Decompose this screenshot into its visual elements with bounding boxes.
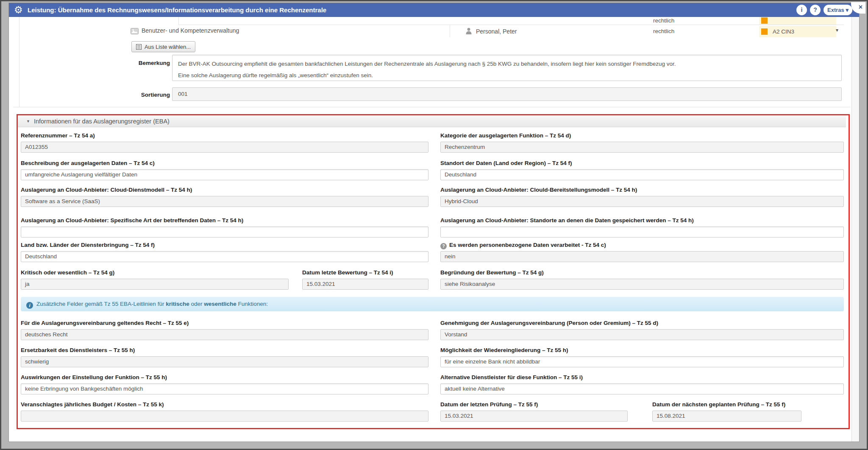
list-icon [136,44,142,50]
remark-textarea[interactable]: Der BVR-AK Outsourcing empfiehlt die ges… [172,55,842,81]
field-kritisch-wesentlich: Kritisch oder wesentlich – Tz 54 g) ja [21,269,289,290]
chevron-down-icon[interactable]: ▾ [836,27,838,33]
help-button[interactable]: ? [810,5,821,15]
datum-naechste-pruefung-input[interactable]: 15.08.2021 [652,411,801,422]
field-alternative-dienstleister: Alternative Dienstleister für diese Funk… [440,374,844,394]
status-cell[interactable] [759,17,836,25]
list-cell-name[interactable]: Benutzer- und Kompetenzverwaltung [142,27,239,34]
field-laender-diensterbringung: Land bzw. Länder der Diensterbringung – … [21,242,428,262]
remark-line: Eine solche Auslagerung dürfte regelmäßi… [178,70,836,81]
list-cell-type: rechtlich [653,17,674,24]
collapse-icon: ▼ [26,119,30,123]
field-personenbezogene-daten: ?Es werden personenbezogene Daten verarb… [440,242,844,262]
kategorie-input[interactable]: Rechenzentrum [440,142,844,153]
field-genehmigung: Genehmigung der Auslagerungsvereinbarung… [440,320,844,340]
field-beschreibung-daten: Beschreibung der ausgelagerten Daten – T… [21,160,428,180]
content-area: rechtlich Benutzer- und Kompetenzverwalt… [9,17,859,442]
laender-diensterbringung-input[interactable]: Deutschland [21,251,428,262]
datum-letzte-bewertung-input[interactable]: 15.03.2021 [302,279,428,290]
field-ersetzbarkeit: Ersetzbarkeit des Dienstleisters – Tz 55… [21,347,428,367]
cloud-datenart-input[interactable] [21,226,428,238]
item-image-icon [131,28,139,36]
field-geltendes-recht: Für die Auslagerungsvereinbarung geltend… [21,320,428,340]
tz55-info-note: iZusätzliche Felder gemäß Tz 55 EBA-Leit… [21,297,844,311]
cut-column-divider [178,17,179,25]
cloud-dienstmodell-input[interactable]: Software as a Service (SaaS) [21,196,428,207]
field-referenznummer: Referenznummer – Tz 54 a) A012355 [21,132,428,153]
list-cell-person[interactable]: Personal, Peter [476,28,517,35]
window-title: Leistung: Übernahme des Rechnungswesens/… [28,6,326,14]
field-datum-naechste-pruefung: Datum der nächsten geplanten Prüfung – T… [652,401,801,422]
alternative-dienstleister-input[interactable]: aktuell keine Alternative [440,383,844,394]
cloud-standorte-input[interactable] [440,226,844,238]
field-help-icon[interactable]: ? [440,243,447,249]
kritisch-wesentlich-input[interactable]: ja [21,279,289,290]
auswirkungen-einstellung-input[interactable]: keine Erbringung von Bankgeschäften mögl… [21,383,428,394]
sorting-label: Sortierung [123,92,170,98]
cloud-bereitstellungsmodell-input[interactable]: Hybrid-Cloud [440,196,844,207]
panel-left-border [19,17,19,107]
person-icon [466,28,472,36]
sorting-input[interactable]: 001 [172,87,842,101]
beschreibung-daten-input[interactable]: umfangreiche Auslagerung vielfältiger Da… [21,169,428,180]
wiedereingliederung-input[interactable]: für eine einzelne Bank nicht abbildbar [440,356,844,367]
close-icon[interactable]: × [859,3,862,11]
remark-label: Bemerkung [123,60,170,66]
section-separator [13,107,850,107]
vertical-scrollbar[interactable] [851,17,859,442]
field-standort-daten: Standort der Daten (Land oder Region) – … [440,160,844,180]
choose-from-list-button[interactable]: Aus Liste wählen... [131,41,195,52]
field-cloud-dienstmodell: Auslagerung an Cloud-Anbieter: Cloud-Die… [21,187,428,207]
cut-row-divider [178,25,844,25]
gear-icon: ⚙ [14,4,23,15]
begruendung-bewertung-input[interactable]: siehe Risikoanalyse [440,279,844,290]
field-cloud-standorte: Auslagerung an Cloud-Anbieter: Standorte… [440,217,844,238]
info-button[interactable]: i [796,5,807,15]
referenznummer-input[interactable]: A012355 [21,142,428,153]
remark-line: Der BVR-AK Outsourcing empfiehlt die ges… [178,58,836,70]
field-cloud-datenart: Auslagerung an Cloud-Anbieter: Spezifisc… [21,217,428,238]
info-icon: i [26,302,33,309]
field-wiedereingliederung: Möglichkeit der Wiedereingliederung – Tz… [440,347,844,367]
dialog-window: ⚙ Leistung: Übernahme des Rechnungswesen… [8,3,860,442]
field-begruendung-bewertung: Begründung der Bewertung – Tz 54 g) sieh… [440,269,844,290]
field-datum-letzte-bewertung: Datum letzte Bewertung – Tz 54 i) 15.03.… [302,269,428,290]
standort-daten-input[interactable]: Deutschland [440,169,844,180]
field-kategorie: Kategorie der ausgelagerten Funktion – T… [440,132,844,153]
status-color-icon [761,17,768,24]
field-auswirkungen-einstellung: Auswirkungen der Einstellung der Funktio… [21,374,428,394]
field-datum-letzte-pruefung: Datum der letzten Prüfung – Tz 55 f) 15.… [440,401,628,422]
status-color-icon [761,28,768,35]
datum-letzte-pruefung-input[interactable]: 15.03.2021 [440,411,628,422]
field-cloud-bereitstellungsmodell: Auslagerung an Cloud-Anbieter: Clould-Be… [440,187,844,207]
genehmigung-input[interactable]: Vorstand [440,329,844,340]
title-bar: ⚙ Leistung: Übernahme des Rechnungswesen… [9,3,859,17]
status-cell[interactable]: A2 CIN3 [759,26,836,37]
field-budget: Veranschlagtes jährliches Budget / Koste… [21,401,428,422]
list-column-divider [450,25,450,37]
personenbezogene-daten-input[interactable]: nein [440,251,844,262]
ersetzbarkeit-input[interactable]: schwierig [21,356,428,367]
eba-section-title: Informationen für das Auslagerungsregist… [34,118,170,125]
list-cell-type: rechtlich [653,28,674,34]
eba-section-header[interactable]: ▼Informationen für das Auslagerungsregis… [18,115,846,127]
budget-input[interactable] [21,411,428,422]
application-frame: × ⚙ Leistung: Übernahme des Rechnungswes… [0,0,868,450]
geltendes-recht-input[interactable]: deutsches Recht [21,329,428,340]
extras-button[interactable]: Extras ▾ [823,5,852,15]
